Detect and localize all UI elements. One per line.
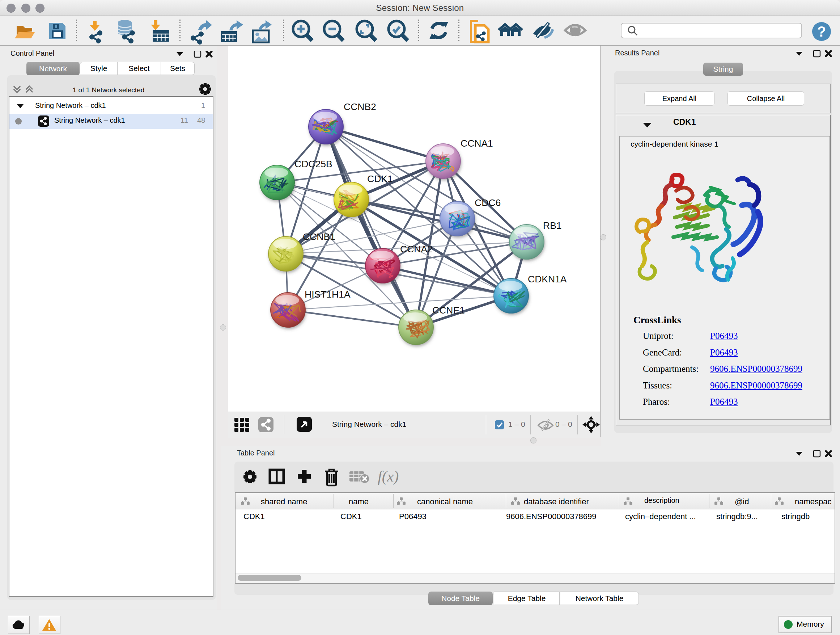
svg-text:HIST1H1A: HIST1H1A: [305, 289, 351, 300]
svg-text:CCNA1: CCNA1: [461, 138, 493, 149]
svg-text:CCNE1: CCNE1: [432, 305, 465, 316]
svg-text:CCNA2: CCNA2: [400, 244, 433, 255]
svg-text:CCNB1: CCNB1: [303, 231, 335, 242]
svg-text:CDKN1A: CDKN1A: [528, 274, 567, 285]
svg-text:CCNB2: CCNB2: [344, 101, 376, 112]
svg-text:CDC6: CDC6: [475, 197, 501, 208]
svg-text:RB1: RB1: [543, 220, 562, 231]
svg-text:CDK1: CDK1: [367, 173, 393, 184]
svg-text:CDC25B: CDC25B: [294, 158, 332, 169]
svg-text:f(x): f(x): [378, 468, 399, 485]
